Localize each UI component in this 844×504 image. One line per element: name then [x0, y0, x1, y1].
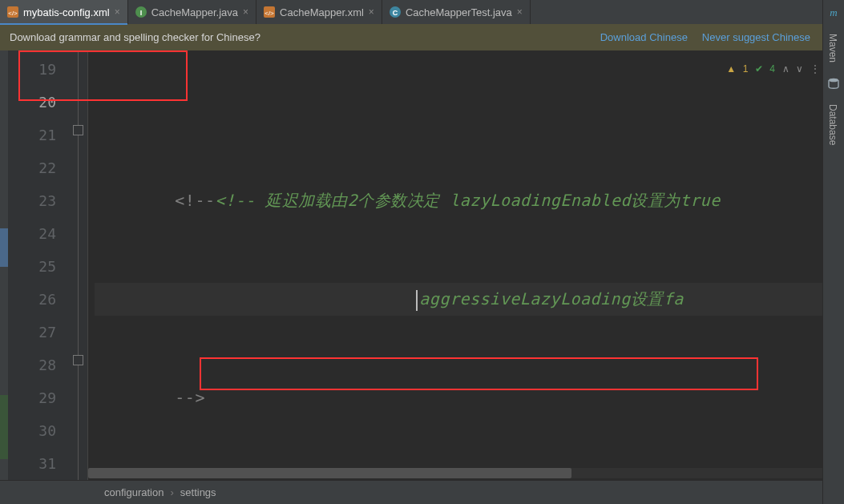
code-area[interactable]: ▲1 ✔4 ∧ ∨ ⋮ <!--<!-- 延迟加载由2个参数决定 lazyLoa… [88, 50, 822, 480]
line-gutter: 19 20 21 22 23 24 25 26 27 28 29 30 31 3… [8, 50, 71, 480]
line-number: 27 [8, 316, 56, 349]
horizontal-scrollbar[interactable] [88, 468, 832, 478]
chevron-down-icon[interactable]: ∨ [796, 53, 804, 86]
svg-text:</>: </> [265, 10, 274, 17]
java-class-icon: C [390, 6, 401, 18]
close-icon[interactable]: × [369, 6, 374, 18]
right-toolbar: m Maven Database [822, 0, 844, 504]
line-number: 26 [8, 283, 56, 316]
check-icon: ✔ [755, 53, 764, 86]
left-edge [0, 50, 8, 480]
tab-label: CacheMapper.java [151, 6, 238, 18]
chevron-right-icon: › [170, 486, 173, 498]
code-editor[interactable]: 19 20 21 22 23 24 25 26 27 28 29 30 31 3… [0, 50, 822, 480]
tab-cachemapper-xml[interactable]: </> CacheMapper.xml × [256, 0, 382, 24]
svg-text:I: I [139, 9, 142, 17]
bookmark-marker [0, 228, 8, 267]
chevron-up-icon[interactable]: ∧ [782, 53, 790, 86]
svg-text:C: C [393, 9, 398, 17]
tab-cachemappertest-java[interactable]: C CacheMapperTest.java × [382, 0, 531, 24]
line-number: 21 [8, 119, 56, 151]
line-number: 25 [8, 250, 56, 283]
tab-mybatis-config[interactable]: </> mybatis-config.xml × [0, 0, 128, 24]
code-line: aggressiveLazyLoading设置fa [95, 283, 822, 316]
ok-count: 4 [769, 53, 775, 86]
fold-column [71, 50, 88, 480]
database-tool-button[interactable]: Database [823, 96, 842, 153]
maven-icon: m [827, 6, 840, 19]
maven-tool-button[interactable]: Maven [823, 26, 842, 71]
line-number: 23 [8, 184, 56, 217]
svg-point-10 [829, 79, 838, 83]
line-number: 28 [8, 349, 56, 381]
crumb-item[interactable]: configuration [104, 486, 164, 498]
breadcrumb: configuration › settings [0, 480, 844, 504]
database-icon [827, 77, 840, 90]
xml-icon: </> [264, 6, 275, 18]
editor-tabs: </> mybatis-config.xml × I CacheMapper.j… [0, 0, 844, 24]
svg-text:m: m [830, 6, 837, 18]
close-icon[interactable]: × [517, 6, 523, 18]
inspection-widget[interactable]: ▲1 ✔4 ∧ ∨ ⋮ [726, 53, 820, 86]
notification-message: Download grammar and spelling checker fo… [10, 31, 260, 43]
line-number: 22 [8, 151, 56, 184]
tab-label: CacheMapper.xml [280, 6, 364, 18]
fold-icon[interactable] [73, 355, 83, 365]
code-line: --> [95, 381, 822, 414]
fold-icon[interactable] [73, 125, 83, 135]
notification-bar: Download grammar and spelling checker fo… [0, 24, 844, 50]
line-number: 24 [8, 217, 56, 250]
crumb-item[interactable]: settings [180, 486, 216, 498]
more-icon[interactable]: ⋮ [810, 53, 821, 86]
vcs-marker [0, 395, 8, 459]
line-number: 30 [8, 414, 56, 447]
line-number: 31 [8, 447, 56, 480]
download-chinese-link[interactable]: Download Chinese [600, 31, 688, 43]
tab-cachemapper-java[interactable]: I CacheMapper.java × [128, 0, 256, 24]
close-icon[interactable]: × [243, 6, 248, 18]
caret [416, 290, 418, 311]
tab-label: mybatis-config.xml [23, 6, 110, 18]
tab-label: CacheMapperTest.java [406, 6, 512, 18]
xml-icon: </> [7, 6, 18, 18]
scrollbar-thumb[interactable] [88, 468, 571, 478]
close-icon[interactable]: × [115, 6, 120, 18]
never-suggest-link[interactable]: Never suggest Chinese [702, 31, 810, 43]
svg-text:</>: </> [8, 10, 18, 17]
warning-count: 1 [743, 53, 749, 86]
line-number: 29 [8, 381, 56, 414]
line-number: 19 [8, 53, 56, 86]
java-interface-icon: I [135, 6, 147, 18]
code-line: <!--<!-- 延迟加载由2个参数决定 lazyLoadingEnabled设… [95, 184, 822, 217]
line-number: 20 [8, 86, 56, 119]
warning-icon: ▲ [726, 53, 736, 86]
